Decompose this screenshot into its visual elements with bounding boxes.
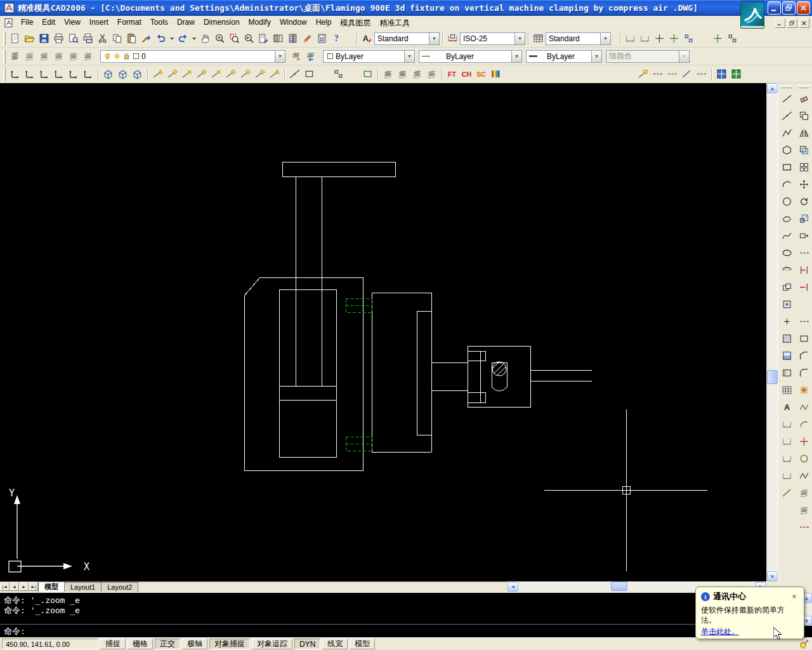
properties-icon[interactable] (256, 31, 271, 46)
circle-icon[interactable] (780, 195, 794, 209)
popup-close-icon[interactable]: × (790, 592, 799, 601)
view-3d-icon[interactable] (130, 67, 145, 81)
chevron-down-icon[interactable]: ▼ (600, 33, 610, 44)
dim-edit-icon[interactable] (623, 31, 638, 46)
dim-ch-icon[interactable]: CH (459, 67, 474, 81)
next-tab-icon[interactable]: ► (19, 582, 29, 591)
menu-item-Edit[interactable]: Edit (37, 17, 60, 30)
ft-icon[interactable]: FT (445, 67, 459, 81)
copy-icon[interactable] (110, 31, 124, 46)
hatch-icon[interactable] (780, 332, 794, 346)
command-window[interactable]: 命令: '_.zoom _e命令: '_.zoom _e 命令: ▲ ▼ (0, 592, 812, 637)
save-icon[interactable] (37, 31, 51, 46)
options-icon[interactable] (725, 31, 740, 46)
tab-Layout1[interactable]: Layout1 (64, 582, 102, 592)
undo-icon[interactable] (154, 31, 168, 46)
menu-item-Format[interactable]: Format (113, 17, 146, 30)
point-style-icon[interactable] (346, 67, 360, 81)
construction-line-icon[interactable] (287, 67, 302, 81)
ucs-origin-icon[interactable] (81, 67, 95, 81)
ucs-world-icon[interactable] (22, 67, 37, 81)
menu-item-File[interactable]: File (16, 17, 37, 30)
publish-icon[interactable] (81, 31, 95, 46)
construction-line-icon[interactable] (780, 109, 794, 123)
ellipse-icon[interactable] (780, 246, 794, 260)
layer-freeze-sun-icon[interactable] (113, 52, 121, 60)
help-icon[interactable]: ? (329, 31, 344, 46)
revcloud-icon[interactable] (780, 212, 794, 226)
dim-style-icon[interactable] (445, 31, 460, 46)
scroll-left-icon[interactable]: ◄ (508, 582, 518, 592)
break-at-point-icon[interactable] (797, 298, 811, 312)
scroll-up-icon[interactable]: ▲ (767, 83, 778, 93)
dyn-mode-icon[interactable] (694, 67, 709, 81)
app-icon[interactable] (4, 3, 15, 13)
brand-logo-icon[interactable] (740, 1, 764, 29)
snap-intersection-icon[interactable] (180, 67, 194, 81)
snap-node-icon[interactable] (252, 67, 267, 81)
undo-dropdown-icon[interactable] (168, 31, 176, 46)
fillet-icon[interactable] (797, 366, 811, 380)
snap-perpendicular-icon[interactable] (238, 67, 252, 81)
trim-icon[interactable] (797, 263, 811, 277)
horizontal-scroll-thumb[interactable] (611, 581, 627, 591)
locate-point-icon[interactable] (696, 31, 710, 46)
toolbar-drag-handle[interactable] (3, 50, 6, 63)
dim-update-icon[interactable] (638, 31, 652, 46)
status-toggle-对象追踪[interactable]: 对象追踪 (252, 639, 292, 649)
ucs-object-icon[interactable] (66, 67, 81, 81)
toolbar-drag-handle[interactable] (3, 32, 6, 46)
toolbar-drag-handle[interactable] (3, 67, 6, 81)
snap-midpoint-icon[interactable] (165, 67, 180, 81)
stretch-icon[interactable] (797, 229, 811, 243)
edit-spline-icon[interactable] (797, 418, 811, 432)
chevron-down-icon[interactable]: ▼ (275, 51, 285, 62)
rotate-icon[interactable] (797, 195, 811, 209)
toolbar-drag-handle[interactable] (781, 86, 792, 88)
chevron-down-icon[interactable]: ▼ (404, 51, 414, 62)
status-toggle-模型[interactable]: 模型 (350, 639, 375, 649)
dim-linear-icon[interactable] (780, 418, 794, 432)
menu-item-Tools[interactable]: Tools (146, 17, 173, 30)
mdi-minimize-button[interactable] (775, 18, 785, 28)
new-icon[interactable] (8, 31, 22, 46)
region-icon[interactable] (780, 366, 794, 380)
edit-polyline-icon[interactable] (797, 401, 811, 415)
layer-lock-icon[interactable] (81, 49, 95, 63)
layer-freeze-icon[interactable] (66, 49, 81, 63)
match-layer-icon[interactable] (797, 452, 811, 466)
edit-hatch-icon[interactable] (797, 435, 811, 449)
zoom-previous-icon[interactable] (242, 31, 256, 46)
color-control-icon[interactable] (797, 469, 811, 483)
mdi-close-button[interactable] (799, 18, 809, 28)
toolbar-drag-handle[interactable] (798, 86, 809, 88)
calculator-icon[interactable] (315, 31, 329, 46)
canvas-vertical-scrollbar[interactable]: ▲ ▼ (766, 83, 778, 581)
paste-icon[interactable] (124, 31, 139, 46)
color-combo[interactable]: ByLayer ▼ (323, 50, 415, 63)
layer-delete-icon[interactable] (424, 67, 439, 81)
layer-lock-icon[interactable] (122, 52, 131, 60)
extend-icon[interactable] (797, 281, 811, 295)
status-toggle-线宽[interactable]: 线宽 (322, 639, 348, 649)
previous-tab-icon[interactable]: ◄ (10, 582, 19, 591)
snap-nearest-icon[interactable] (267, 67, 282, 81)
array-icon[interactable] (797, 161, 811, 175)
status-toggle-栅格[interactable]: 栅格 (128, 639, 153, 649)
layer-properties-icon[interactable] (8, 49, 22, 63)
dim-angular-icon[interactable] (780, 469, 794, 483)
mirror-icon[interactable] (797, 126, 811, 140)
point-icon[interactable] (780, 315, 794, 329)
area-icon[interactable] (667, 31, 681, 46)
text-style-combo[interactable]: Standard ▼ (374, 32, 440, 45)
snap-quadrant-icon[interactable] (209, 67, 223, 81)
pan-icon[interactable] (198, 31, 213, 46)
close-button[interactable] (797, 1, 810, 15)
gradient-icon[interactable] (780, 349, 794, 363)
menu-item-Insert[interactable]: Insert (85, 17, 113, 30)
chevron-down-icon[interactable]: ▼ (511, 51, 521, 62)
quick-dim-icon[interactable] (780, 486, 794, 500)
rectangle-icon[interactable] (780, 161, 794, 175)
color-bars-icon[interactable] (488, 67, 503, 81)
ucs-icon[interactable] (8, 67, 22, 81)
